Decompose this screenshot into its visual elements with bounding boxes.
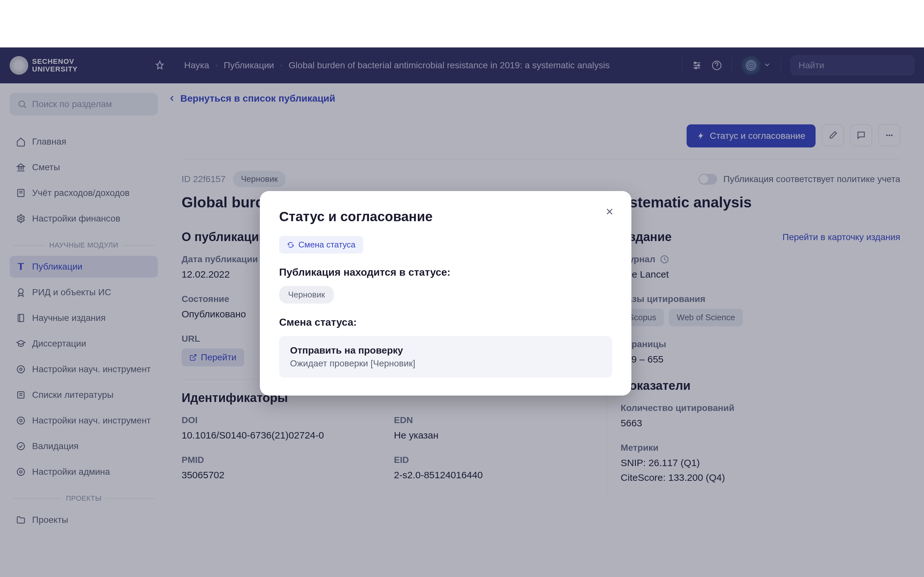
modal-subheading: Смена статуса:	[279, 316, 612, 328]
refresh-icon	[287, 241, 294, 249]
modal-title: Статус и согласование	[279, 209, 612, 224]
modal-subheading: Публикация находится в статусе:	[279, 266, 612, 278]
status-modal: Статус и согласование Смена статуса Публ…	[260, 191, 632, 396]
status-option[interactable]: Отправить на проверку Ожидает проверки […	[279, 336, 612, 378]
option-subtitle: Ожидает проверки [Черновик]	[290, 358, 601, 369]
close-button[interactable]	[604, 206, 615, 218]
close-icon	[604, 206, 615, 217]
option-title: Отправить на проверку	[290, 345, 601, 356]
change-status-pill[interactable]: Смена статуса	[279, 236, 363, 253]
current-status-badge: Черновик	[279, 286, 334, 303]
